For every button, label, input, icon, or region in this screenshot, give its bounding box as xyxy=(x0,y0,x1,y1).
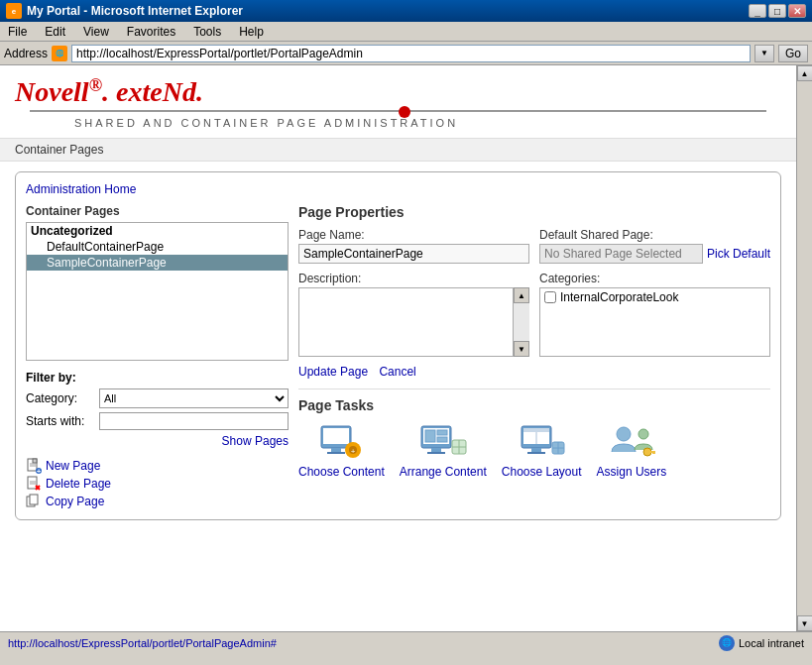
assign-users-icon xyxy=(607,421,656,461)
svg-rect-6 xyxy=(28,477,37,489)
svg-text:+: + xyxy=(351,447,356,456)
breadcrumb-label: Container Pages xyxy=(15,143,103,157)
close-button[interactable]: ✕ xyxy=(788,4,806,18)
task-assign-users[interactable]: Assign Users xyxy=(597,421,667,479)
category-label-text: InternalCorporateLook xyxy=(560,290,678,304)
novell-logo: Novell®. exteNd. xyxy=(15,75,781,108)
category-label: Category: xyxy=(26,391,95,405)
filter-by-label: Filter by: xyxy=(26,371,289,385)
zone-label: Local intranet xyxy=(739,637,804,649)
choose-content-icon: + xyxy=(316,421,366,461)
category-filter-row: Category: All xyxy=(26,388,289,408)
address-dropdown[interactable]: ▼ xyxy=(754,45,774,62)
header: Novell®. exteNd. SHARED AND CONTAINER PA… xyxy=(0,65,796,138)
tasks-grid: + Choose Content xyxy=(298,421,770,479)
go-button[interactable]: Go xyxy=(778,45,808,62)
starts-with-input[interactable] xyxy=(99,412,289,430)
shared-page-input[interactable] xyxy=(539,244,703,264)
status-url: http://localhost/ExpressPortal/portlet/P… xyxy=(8,637,277,649)
svg-rect-26 xyxy=(427,452,445,454)
title-bar: e My Portal - Microsoft Internet Explore… xyxy=(0,0,812,22)
page-title-text: SHARED AND CONTAINER PAGE ADMINISTRATION xyxy=(74,117,458,129)
scroll-down-arrow[interactable]: ▼ xyxy=(514,341,529,357)
task-arrange-content[interactable]: Arrange Content xyxy=(400,421,487,479)
action-links: Update Page Cancel xyxy=(298,365,770,379)
list-item-sample[interactable]: SampleContainerPage xyxy=(27,255,288,271)
status-bar: http://localhost/ExpressPortal/portlet/P… xyxy=(0,631,812,653)
list-item-default[interactable]: DefaultContainerPage xyxy=(27,239,288,255)
show-pages-link[interactable]: Show Pages xyxy=(26,434,289,448)
menu-edit[interactable]: Edit xyxy=(41,24,69,40)
breadcrumb-area: Container Pages xyxy=(0,138,796,162)
desc-categories-row: Description: ▲ ▼ xyxy=(298,272,770,357)
delete-page-row: Delete Page xyxy=(26,476,289,492)
address-input[interactable] xyxy=(71,45,751,62)
address-bar: Address 🌐 ▼ Go xyxy=(0,42,812,65)
scroll-up-arrow[interactable]: ▲ xyxy=(514,287,529,303)
update-page-link[interactable]: Update Page xyxy=(298,365,368,379)
arrange-content-icon xyxy=(418,421,468,461)
assign-users-label[interactable]: Assign Users xyxy=(597,465,667,479)
logo-dot xyxy=(399,106,410,118)
copy-page-row: Copy Page xyxy=(26,494,289,509)
pick-default-link[interactable]: Pick Default xyxy=(707,247,770,261)
svg-rect-16 xyxy=(327,452,345,454)
svg-point-39 xyxy=(617,427,631,441)
properties-title: Page Properties xyxy=(298,204,770,220)
page-list: Uncategorized DefaultContainerPage Sampl… xyxy=(26,222,289,361)
logo-line xyxy=(30,110,766,112)
page-icon: 🌐 xyxy=(52,46,67,61)
browser-content: Novell®. exteNd. SHARED AND CONTAINER PA… xyxy=(0,65,796,631)
starts-with-label: Starts with: xyxy=(26,414,95,428)
cancel-link[interactable]: Cancel xyxy=(379,365,415,379)
scroll-up[interactable]: ▲ xyxy=(797,65,813,81)
desc-area: Description: ▲ ▼ xyxy=(298,272,770,357)
content-box: Administration Home Container Pages Unca… xyxy=(15,171,781,520)
menu-file[interactable]: File xyxy=(4,24,31,40)
svg-rect-25 xyxy=(431,448,441,452)
svg-rect-12 xyxy=(30,495,38,504)
new-page-link[interactable]: New Page xyxy=(46,459,100,473)
description-col: Description: ▲ ▼ xyxy=(298,272,529,357)
admin-home-link[interactable]: Administration Home xyxy=(26,182,770,196)
choose-content-label[interactable]: Choose Content xyxy=(298,465,385,479)
right-panel: Page Properties Page Name: Default Share… xyxy=(298,204,770,509)
delete-page-link[interactable]: Delete Page xyxy=(46,477,111,491)
menu-favorites[interactable]: Favorites xyxy=(123,24,179,40)
svg-rect-22 xyxy=(425,430,435,442)
minimize-button[interactable]: _ xyxy=(749,4,766,18)
page-name-col: Page Name: xyxy=(298,228,529,264)
delete-page-icon xyxy=(26,476,42,492)
category-checkbox[interactable] xyxy=(544,291,556,303)
copy-page-link[interactable]: Copy Page xyxy=(46,495,104,508)
description-textarea[interactable] xyxy=(298,287,514,357)
main-area: Administration Home Container Pages Unca… xyxy=(0,162,796,530)
menu-view[interactable]: View xyxy=(79,24,113,40)
shared-page-row: Pick Default xyxy=(539,244,770,264)
copy-page-icon xyxy=(26,494,42,509)
description-label: Description: xyxy=(298,272,529,285)
categories-label: Categories: xyxy=(539,272,770,285)
arrange-content-label[interactable]: Arrange Content xyxy=(400,465,487,479)
page-name-input[interactable] xyxy=(298,244,529,264)
left-panel: Container Pages Uncategorized DefaultCon… xyxy=(26,204,289,509)
svg-rect-23 xyxy=(437,430,447,435)
left-panel-title: Container Pages xyxy=(26,204,289,218)
browser-outer: Novell®. exteNd. SHARED AND CONTAINER PA… xyxy=(0,65,812,631)
intranet-icon: 🌐 xyxy=(719,635,735,651)
choose-layout-label[interactable]: Choose Layout xyxy=(502,465,582,479)
address-label: Address xyxy=(4,47,48,60)
task-choose-layout[interactable]: Choose Layout xyxy=(502,421,582,479)
svg-rect-35 xyxy=(527,452,545,454)
menu-help[interactable]: Help xyxy=(235,24,268,40)
task-choose-content[interactable]: + Choose Content xyxy=(298,421,385,479)
menu-bar: File Edit View Favorites Tools Help xyxy=(0,22,812,42)
new-page-row: + New Page xyxy=(26,458,289,474)
menu-tools[interactable]: Tools xyxy=(189,24,225,40)
maximize-button[interactable]: □ xyxy=(768,4,786,18)
svg-point-41 xyxy=(643,448,651,456)
category-select[interactable]: All xyxy=(99,388,289,408)
textarea-scrollbar: ▲ ▼ xyxy=(514,287,529,357)
category-item: InternalCorporateLook xyxy=(544,290,765,304)
scroll-down[interactable]: ▼ xyxy=(797,615,813,631)
